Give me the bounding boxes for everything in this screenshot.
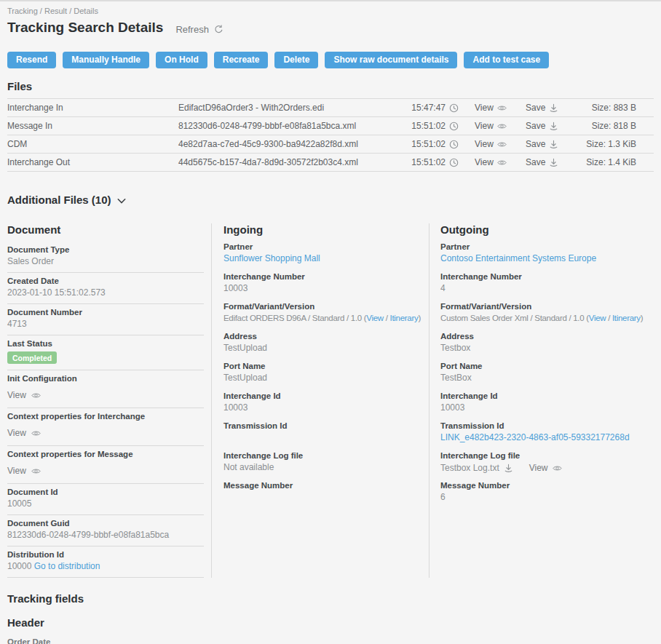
header-heading: Header: [7, 616, 654, 629]
title-row: Tracking Search Details Refresh: [7, 20, 654, 36]
field-document-id: Document Id 10005: [7, 484, 204, 515]
eye-icon: [497, 103, 507, 113]
clock-icon: [449, 158, 459, 167]
save-label: Save: [526, 139, 545, 149]
download-log-button[interactable]: Testbox Log.txt: [440, 463, 513, 473]
field-label: Document Guid: [7, 518, 204, 528]
view-init-configuration-button[interactable]: View: [7, 390, 204, 400]
go-to-distribution-link[interactable]: Go to distribution: [34, 561, 100, 571]
page: Tracking / Result / Details Tracking Sea…: [0, 1, 661, 644]
page-title: Tracking Search Details: [7, 20, 163, 36]
file-size: Size: 1.3 KiB: [568, 139, 636, 149]
file-time-text: 15:51:02: [411, 121, 446, 131]
file-time-text: 15:51:02: [411, 157, 446, 167]
file-row-message-in: Message In 812330d6-0248-4799-bbbf-e08fa…: [7, 117, 654, 135]
view-label: View: [475, 103, 494, 113]
outgoing-column: Outgoing Partner Contoso Entertainment S…: [430, 223, 654, 578]
field-ingoing-interchange-number: Interchange Number 10003: [223, 271, 424, 294]
format-paren-close: ): [418, 314, 421, 322]
ingoing-format-view-link[interactable]: View: [366, 314, 384, 322]
field-value: 10000 Go to distribution: [7, 561, 204, 572]
outgoing-format-view-link[interactable]: View: [589, 314, 606, 322]
field-value: Testbox: [440, 343, 654, 354]
view-context-message-button[interactable]: View: [7, 466, 204, 476]
eye-icon: [31, 391, 41, 400]
files-table: Interchange In EdifactD96aOrder3 - With2…: [7, 98, 654, 172]
additional-files-toggle[interactable]: Additional Files (10): [7, 194, 654, 206]
view-label: View: [7, 428, 26, 438]
field-label: Document Id: [7, 487, 204, 497]
field-value: Not available: [223, 462, 424, 473]
eye-icon: [497, 140, 507, 149]
view-label: View: [475, 139, 494, 149]
field-label: Context properties for Interchange: [7, 411, 204, 421]
field-label: Message Number: [440, 480, 654, 490]
clock-icon: [449, 103, 459, 113]
field-value: 10005: [7, 498, 204, 509]
save-file-button[interactable]: Save: [526, 121, 568, 131]
save-file-button[interactable]: Save: [526, 139, 568, 149]
field-label: Last Status: [7, 338, 204, 349]
file-row-label: Interchange In: [7, 103, 178, 113]
document-heading: Document: [7, 223, 204, 236]
field-label: Address: [223, 331, 424, 341]
outgoing-format-itinerary-link[interactable]: Itinerary: [612, 314, 641, 322]
view-file-button[interactable]: View: [475, 103, 517, 113]
field-ingoing-address: Address TestUpload: [223, 331, 424, 354]
view-label: View: [475, 121, 494, 131]
field-ingoing-port-name: Port Name TestUpload: [223, 361, 424, 383]
file-time: 15:51:02: [400, 139, 459, 149]
field-label: Document Number: [7, 307, 204, 317]
resend-button[interactable]: Resend: [7, 52, 56, 68]
on-hold-button[interactable]: On Hold: [156, 52, 207, 68]
field-document-guid: Document Guid 812330d6-0248-4799-bbbf-e0…: [7, 515, 204, 546]
file-row-label: Interchange Out: [7, 157, 178, 167]
ingoing-partner-link[interactable]: Sunflower Shopping Mall: [223, 253, 320, 263]
manually-handle-button[interactable]: Manually Handle: [63, 52, 149, 68]
file-name: EdifactD96aOrder3 - With2Orders.edi: [178, 103, 400, 113]
download-icon: [549, 140, 558, 149]
field-label: Interchange Log file: [223, 450, 424, 461]
file-row-label: CDM: [7, 139, 178, 149]
save-file-button[interactable]: Save: [526, 157, 568, 167]
action-button-bar: Resend Manually Handle On Hold Recreate …: [7, 52, 654, 68]
save-label: Save: [526, 157, 545, 167]
field-ingoing-log-file: Interchange Log file Not available: [223, 450, 424, 473]
breadcrumb[interactable]: Tracking / Result / Details: [7, 1, 654, 15]
view-file-button[interactable]: View: [475, 157, 517, 167]
file-row-interchange-out: Interchange Out 44d5675c-b157-4da7-8d9d-…: [7, 154, 654, 172]
tracking-fields-heading: Tracking fields: [7, 592, 654, 605]
save-file-button[interactable]: Save: [526, 103, 568, 113]
refresh-icon: [214, 25, 223, 34]
transmission-id-link[interactable]: LINK_e482b423-2320-4863-af05-59332177268…: [440, 432, 630, 442]
field-ingoing-format: Format/Variant/Version Edifact ORDERS D9…: [223, 301, 424, 324]
field-value: 10003: [223, 283, 424, 294]
recreate-button[interactable]: Recreate: [214, 52, 269, 68]
eye-icon: [31, 429, 41, 438]
eye-icon: [31, 466, 41, 476]
outgoing-partner-link[interactable]: Contoso Entertainment Systems Europe: [440, 253, 596, 263]
ingoing-heading: Ingoing: [223, 223, 424, 236]
view-file-button[interactable]: View: [475, 139, 517, 149]
show-raw-document-details-button[interactable]: Show raw document details: [325, 52, 457, 68]
view-context-interchange-button[interactable]: View: [7, 428, 204, 438]
ingoing-format-itinerary-link[interactable]: Itinerary: [390, 314, 419, 322]
view-log-button[interactable]: View: [529, 463, 562, 473]
file-time: 15:51:02: [400, 157, 459, 167]
file-name: 44d5675c-b157-4da7-8d9d-30572f2b03c4.xml: [178, 157, 400, 167]
field-value: Sales Order: [7, 256, 204, 267]
add-to-test-case-button[interactable]: Add to test case: [464, 52, 549, 68]
file-name: 812330d6-0248-4799-bbbf-e08fa81a5bca.xml: [178, 121, 400, 131]
view-file-button[interactable]: View: [475, 121, 517, 131]
field-label: Document Type: [7, 245, 204, 255]
format-text: Edifact ORDERS D96A / Standard / 1.0: [223, 314, 362, 322]
refresh-button[interactable]: Refresh: [175, 24, 223, 35]
file-size: Size: 818 B: [568, 121, 636, 131]
download-icon: [504, 464, 513, 473]
delete-button[interactable]: Delete: [274, 52, 318, 68]
ingoing-column: Ingoing Partner Sunflower Shopping Mall …: [212, 223, 429, 578]
file-time: 15:51:02: [400, 121, 459, 131]
document-column: Document Document Type Sales Order Creat…: [7, 223, 211, 578]
field-ingoing-message-number: Message Number: [223, 480, 424, 503]
field-outgoing-address: Address Testbox: [440, 331, 654, 354]
